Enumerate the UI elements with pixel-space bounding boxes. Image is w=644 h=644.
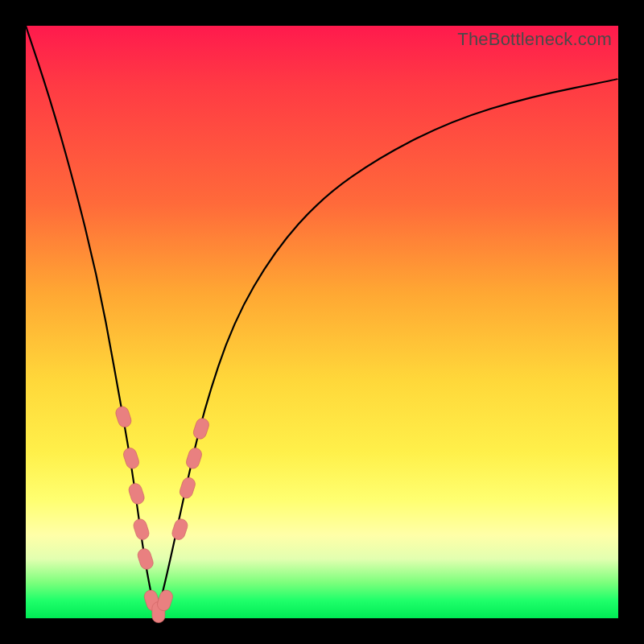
- curve-marker: [171, 518, 189, 542]
- curve-marker: [114, 405, 133, 429]
- curve-marker: [132, 518, 151, 542]
- bottleneck-curve-path: [26, 26, 618, 605]
- svg-rect-4: [136, 547, 155, 572]
- curve-marker: [192, 417, 210, 441]
- curve-marker: [122, 446, 140, 470]
- svg-rect-0: [114, 405, 133, 429]
- curve-marker: [127, 482, 146, 506]
- plot-area: TheBottleneck.com: [26, 26, 618, 618]
- svg-rect-8: [171, 518, 189, 542]
- svg-rect-2: [127, 482, 146, 506]
- svg-rect-11: [192, 417, 210, 441]
- bottleneck-curve-svg: [26, 26, 618, 618]
- curve-marker: [178, 476, 196, 500]
- curve-marker: [136, 547, 155, 572]
- svg-rect-3: [132, 518, 151, 542]
- curve-marker: [184, 446, 203, 470]
- svg-rect-10: [184, 446, 203, 470]
- svg-rect-1: [122, 446, 140, 470]
- chart-frame: TheBottleneck.com: [0, 0, 644, 644]
- svg-rect-9: [178, 476, 196, 500]
